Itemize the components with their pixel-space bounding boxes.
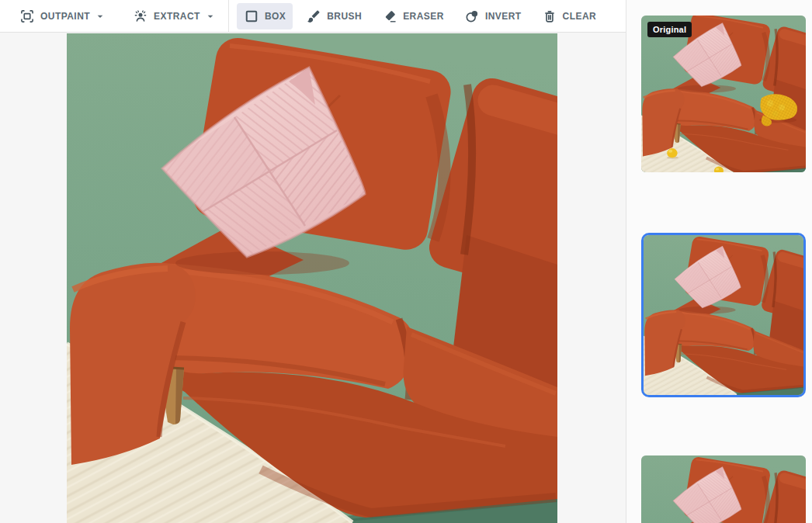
box-icon	[244, 9, 259, 24]
box-tool-button[interactable]: BOX	[237, 3, 293, 29]
original-badge: Original	[647, 22, 692, 37]
clear-label: CLEAR	[563, 11, 597, 22]
extract-icon	[133, 9, 148, 24]
outpaint-label: OUTPAINT	[40, 11, 90, 22]
edited-sofa-photo	[644, 235, 803, 395]
invert-tool-button[interactable]: INVERT	[457, 3, 529, 29]
clear-icon	[542, 9, 557, 24]
thumbnail-edited-selected[interactable]	[641, 233, 806, 397]
editor-main-column: OUTPAINT EXTRACT	[0, 0, 626, 523]
toolbar-divider	[228, 0, 229, 33]
outpaint-icon	[19, 9, 35, 24]
brush-tool-button[interactable]: BRUSH	[299, 3, 369, 29]
thumbnail-original[interactable]: Original	[641, 16, 806, 172]
eraser-icon	[382, 9, 397, 24]
brush-label: BRUSH	[327, 11, 362, 22]
box-label: BOX	[265, 11, 286, 22]
canvas-image[interactable]	[67, 33, 557, 523]
editor-toolbar: OUTPAINT EXTRACT	[0, 0, 626, 33]
original-sofa-photo	[641, 16, 806, 172]
edited-sofa-photo	[67, 33, 557, 523]
edited-sofa-photo	[641, 455, 806, 523]
eraser-label: ERASER	[403, 11, 444, 22]
versions-sidebar: Original	[626, 0, 812, 523]
image-editor-app: OUTPAINT EXTRACT	[0, 0, 812, 523]
invert-icon	[464, 9, 480, 24]
thumbnail-variant[interactable]	[641, 455, 806, 523]
eraser-tool-button[interactable]: ERASER	[375, 3, 451, 29]
invert-label: INVERT	[485, 11, 522, 22]
outpaint-button[interactable]: OUTPAINT	[12, 3, 113, 29]
chevron-down-icon	[94, 10, 106, 23]
extract-label: EXTRACT	[154, 11, 200, 22]
canvas-background	[0, 33, 626, 523]
clear-tool-button[interactable]: CLEAR	[535, 3, 604, 29]
chevron-down-icon	[204, 10, 217, 23]
brush-icon	[306, 9, 321, 24]
extract-button[interactable]: EXTRACT	[126, 3, 224, 29]
